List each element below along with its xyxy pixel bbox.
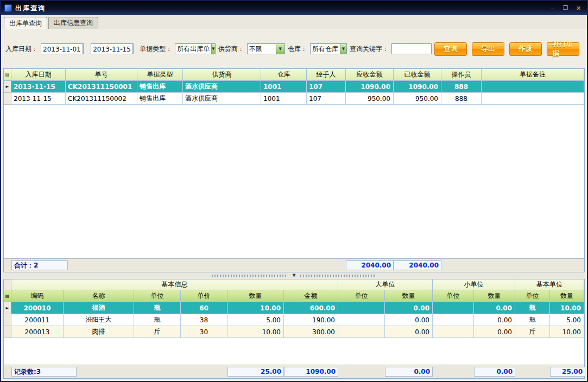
doc-type-select[interactable]: 所有出库单 ▼ bbox=[175, 43, 216, 54]
table-cell: CK201311150001 bbox=[66, 81, 137, 93]
filter-bar: 入库日期： 2013-11-01 ▼ 2013-11-15 ▼ 单据类型： 所有… bbox=[3, 29, 585, 68]
column-header[interactable]: 入库日期 bbox=[11, 69, 66, 81]
column-header[interactable]: 应收金额 bbox=[346, 69, 394, 81]
app-icon bbox=[4, 4, 12, 12]
table-cell: 30 bbox=[181, 326, 227, 338]
splitter-collapse-icon[interactable]: ▼ bbox=[292, 273, 295, 278]
close-icon[interactable]: ✕ bbox=[573, 4, 584, 12]
warehouse-select[interactable]: 所有仓库 ▼ bbox=[310, 43, 347, 54]
column-header[interactable]: 已收金额 bbox=[394, 69, 441, 81]
table-cell: 200010 bbox=[11, 302, 64, 314]
column-header[interactable]: 数量 bbox=[474, 290, 515, 302]
table-cell: 1001 bbox=[261, 93, 307, 105]
column-header[interactable]: 单据类型 bbox=[137, 69, 183, 81]
date-to-select[interactable]: 2013-11-15 ▼ bbox=[91, 43, 134, 54]
column-header[interactable]: 编码 bbox=[11, 290, 64, 302]
table-row[interactable]: ► 200010 福酒 瓶 60 10.00 600.00 0.00 0.00 … bbox=[4, 302, 584, 314]
group-corner bbox=[4, 279, 11, 290]
export-button[interactable]: 导出 bbox=[472, 42, 504, 56]
main-table-footer: 合计：2 2040.00 2040.00 bbox=[4, 258, 584, 272]
table-row[interactable]: ► 2013-11-15 CK201311150001 销售出库 酒水供应商 1… bbox=[4, 81, 584, 93]
group-header: 小单位 bbox=[433, 279, 515, 290]
splitter-grip bbox=[300, 275, 376, 277]
table-cell: 38 bbox=[181, 314, 227, 326]
column-header[interactable]: 单价 bbox=[181, 290, 227, 302]
table-cell: 300.00 bbox=[284, 326, 338, 338]
date-from-select[interactable]: 2013-11-01 ▼ bbox=[41, 43, 84, 54]
keyword-input[interactable] bbox=[391, 43, 432, 54]
table-row[interactable]: 2013-11-15 CK201311150002 销售出库 酒水供应商 100… bbox=[4, 93, 584, 105]
action-buttons: 查询 导出 作废 补打单据 bbox=[434, 42, 583, 56]
table-cell: 斤 bbox=[515, 326, 550, 338]
record-total-label: 合计：2 bbox=[11, 260, 68, 270]
supplier-select[interactable]: 不限 ▼ bbox=[247, 43, 285, 54]
content-panel: 入库日期： 2013-11-01 ▼ 2013-11-15 ▼ 单据类型： 所有… bbox=[1, 29, 587, 381]
table-cell: 5.00 bbox=[227, 314, 284, 326]
table-cell: 950.00 bbox=[394, 93, 441, 105]
column-header[interactable]: 单号 bbox=[66, 69, 137, 81]
table-cell: 瓶 bbox=[134, 314, 181, 326]
table-cell bbox=[338, 314, 385, 326]
date-to-value: 2013-11-15 bbox=[91, 44, 132, 54]
column-header[interactable]: 供货商 bbox=[183, 69, 261, 81]
reprint-button[interactable]: 补打单据 bbox=[547, 42, 579, 56]
doc-type-value: 所有出库单 bbox=[175, 44, 211, 54]
receivable-total: 2040.00 bbox=[346, 260, 394, 270]
detail-table-footer: 记录数:3 25.00 1090.00 0.00 0.00 25.00 bbox=[4, 365, 584, 378]
column-header[interactable]: 数量 bbox=[385, 290, 433, 302]
table-cell: 107 bbox=[307, 81, 346, 93]
detail-table: 基本信息 大单位 小单位 基本单位 ▤ 编码 名称 单位 单价 数量 金额 单位… bbox=[3, 279, 585, 379]
table-cell bbox=[433, 302, 474, 314]
column-header[interactable]: 单位 bbox=[433, 290, 474, 302]
window-title: 出库查询 bbox=[15, 4, 46, 13]
tab-outbound-info-query[interactable]: 出库信息查询 bbox=[48, 17, 98, 29]
received-total: 2040.00 bbox=[394, 260, 441, 270]
query-button[interactable]: 查询 bbox=[434, 42, 467, 56]
detail-table-empty-area bbox=[4, 338, 584, 365]
table-cell: 1001 bbox=[261, 81, 307, 93]
column-header[interactable]: 经手人 bbox=[307, 69, 346, 81]
table-cell: 福酒 bbox=[64, 302, 134, 314]
table-cell: 0.00 bbox=[474, 314, 515, 326]
dropdown-arrow-icon: ▼ bbox=[132, 44, 134, 54]
table-cell: 0.00 bbox=[474, 302, 515, 314]
table-cell: 销售出库 bbox=[137, 81, 183, 93]
column-header[interactable]: 数量 bbox=[227, 290, 284, 302]
table-row[interactable]: 200013 肉排 斤 30 10.00 300.00 0.00 0.00 斤 … bbox=[4, 326, 584, 338]
grid-splitter[interactable]: ▼ bbox=[3, 272, 585, 279]
group-header: 大单位 bbox=[338, 279, 433, 290]
column-header[interactable]: 金额 bbox=[284, 290, 338, 302]
date-from-value: 2013-11-01 bbox=[41, 44, 83, 54]
row-gutter bbox=[4, 326, 11, 338]
column-header[interactable]: 单位 bbox=[338, 290, 385, 302]
table-cell: 1090.00 bbox=[394, 81, 441, 93]
table-cell: 0.00 bbox=[474, 326, 515, 338]
column-header[interactable]: 仓库 bbox=[261, 69, 307, 81]
void-button[interactable]: 作废 bbox=[509, 42, 542, 56]
base-unit-qty-total: 25.00 bbox=[550, 367, 585, 377]
group-header: 基本单位 bbox=[515, 279, 584, 290]
table-cell: 汾阳王大 bbox=[64, 314, 134, 326]
table-cell: 190.00 bbox=[284, 314, 338, 326]
table-cell: 10.00 bbox=[227, 326, 284, 338]
window-controls: – ❐ ✕ bbox=[547, 4, 584, 12]
supplier-label: 供货商： bbox=[218, 44, 244, 54]
doc-type-label: 单据类型： bbox=[140, 44, 172, 54]
minimize-icon[interactable]: – bbox=[547, 4, 558, 12]
grid-corner-icon: ▤ bbox=[4, 69, 11, 81]
maximize-icon[interactable]: ❐ bbox=[560, 4, 571, 12]
column-header[interactable]: 名称 bbox=[64, 290, 134, 302]
grid-corner-icon: ▤ bbox=[4, 290, 11, 302]
column-header[interactable]: 操作员 bbox=[441, 69, 482, 81]
table-cell: 888 bbox=[441, 93, 482, 105]
row-pointer-icon: ► bbox=[4, 81, 11, 93]
column-header[interactable]: 数量 bbox=[550, 290, 584, 302]
keyword-label: 查询关键字： bbox=[350, 44, 389, 54]
column-header[interactable]: 单位 bbox=[134, 290, 181, 302]
table-row[interactable]: 200011 汾阳王大 瓶 38 5.00 190.00 0.00 0.00 瓶… bbox=[4, 314, 584, 326]
column-header[interactable]: 单位 bbox=[515, 290, 550, 302]
table-cell bbox=[433, 326, 474, 338]
tab-outbound-order-query[interactable]: 出库单查询 bbox=[4, 17, 47, 29]
column-header[interactable]: 单据备注 bbox=[482, 69, 584, 81]
big-unit-qty-total: 0.00 bbox=[385, 367, 433, 377]
